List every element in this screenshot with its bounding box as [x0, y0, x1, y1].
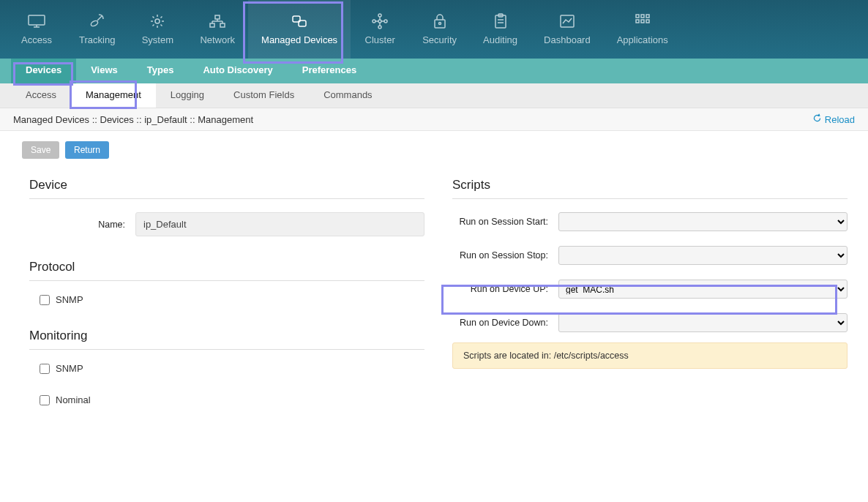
monitoring-snmp-label: SNMP [56, 363, 83, 374]
nav-label: Cluster [365, 34, 395, 45]
device-down-row: Run on Device Down: [452, 313, 848, 332]
device-down-select[interactable] [558, 313, 848, 332]
main-content: Device Name: Protocol SNMP Monitoring SN… [0, 163, 868, 448]
top-nav: Access Tracking System Network Managed D… [0, 0, 868, 59]
nav-network[interactable]: Network [187, 0, 248, 59]
svg-point-16 [378, 14, 381, 17]
nav-label: Network [200, 34, 235, 45]
svg-rect-24 [435, 20, 445, 28]
svg-point-19 [378, 26, 381, 29]
ttab-commands[interactable]: Commands [309, 83, 386, 108]
sub-nav: Devices Views Types Auto Discovery Prefe… [0, 59, 868, 83]
svg-point-25 [438, 22, 441, 24]
gear-icon [149, 12, 165, 30]
nav-cluster[interactable]: Cluster [351, 0, 409, 59]
grid-icon [635, 12, 650, 30]
scripts-section-title: Scripts [452, 178, 848, 199]
nav-tracking[interactable]: Tracking [66, 0, 128, 59]
session-stop-row: Run on Session Stop: [452, 246, 848, 265]
device-name-label: Name: [29, 220, 135, 230]
ttab-custom-fields[interactable]: Custom Fields [219, 83, 309, 108]
tertiary-nav: Access Management Logging Custom Fields … [0, 83, 868, 108]
ttab-access[interactable]: Access [11, 83, 71, 108]
protocol-snmp-checkbox[interactable] [40, 295, 50, 305]
device-up-row: Run on Device UP: get_MAC.sh [452, 280, 848, 299]
scripts-info-box: Scripts are located in: /etc/scripts/acc… [452, 342, 848, 369]
tab-views[interactable]: Views [76, 59, 132, 83]
device-name-row: Name: [29, 212, 424, 236]
nav-managed-devices[interactable]: Managed Devices [248, 0, 351, 59]
session-stop-select[interactable] [558, 246, 848, 265]
svg-point-15 [378, 20, 381, 23]
svg-rect-0 [29, 15, 45, 25]
nav-label: Managed Devices [261, 34, 337, 45]
svg-line-4 [97, 16, 102, 20]
protocol-snmp-row: SNMP [29, 294, 424, 305]
right-column: Scripts Run on Session Start: Run on Ses… [452, 178, 848, 419]
monitoring-nominal-checkbox[interactable] [40, 395, 50, 405]
return-button[interactable]: Return [65, 141, 109, 159]
tab-types[interactable]: Types [132, 59, 189, 83]
save-button[interactable]: Save [22, 141, 59, 159]
device-up-select[interactable]: get_MAC.sh [558, 280, 848, 299]
session-stop-label: Run on Session Stop: [452, 250, 558, 261]
lock-icon [433, 12, 446, 30]
monitor-icon [27, 12, 46, 30]
linked-boxes-icon [290, 12, 309, 30]
monitoring-snmp-row: SNMP [29, 363, 424, 374]
action-bar: Save Return [0, 131, 868, 163]
hierarchy-icon [209, 12, 226, 30]
protocol-snmp-label: SNMP [56, 294, 83, 305]
svg-rect-36 [646, 20, 649, 23]
ttab-management[interactable]: Management [71, 83, 156, 108]
monitoring-nominal-label: Nominal [56, 394, 91, 405]
nav-dashboard[interactable]: Dashboard [531, 0, 604, 59]
chart-icon [559, 12, 575, 30]
svg-rect-32 [641, 15, 644, 18]
nav-label: Access [21, 34, 52, 45]
session-start-row: Run on Session Start: [452, 212, 848, 231]
svg-point-3 [90, 19, 99, 26]
nav-security[interactable]: Security [409, 0, 470, 59]
nav-system[interactable]: System [128, 0, 187, 59]
session-start-select[interactable] [558, 212, 848, 231]
svg-rect-34 [636, 20, 639, 23]
ttab-logging[interactable]: Logging [156, 83, 219, 108]
nav-label: System [142, 34, 173, 45]
nav-auditing[interactable]: Auditing [470, 0, 531, 59]
monitoring-section-title: Monitoring [29, 329, 424, 350]
svg-rect-31 [636, 15, 639, 18]
tab-preferences[interactable]: Preferences [288, 59, 371, 83]
tab-auto-discovery[interactable]: Auto Discovery [188, 59, 287, 83]
svg-point-5 [155, 19, 160, 23]
breadcrumb: Managed Devices :: Devices :: ip_Default… [13, 114, 253, 125]
protocol-section-title: Protocol [29, 260, 424, 281]
svg-rect-35 [641, 20, 644, 23]
monitoring-nominal-row: Nominal [29, 394, 424, 405]
device-down-label: Run on Device Down: [452, 318, 558, 328]
nav-applications[interactable]: Applications [604, 0, 681, 59]
nav-access[interactable]: Access [7, 0, 66, 59]
reload-button[interactable]: Reload [812, 113, 855, 125]
nav-label: Applications [617, 34, 668, 45]
monitoring-snmp-checkbox[interactable] [40, 364, 50, 374]
svg-point-18 [373, 20, 375, 23]
device-name-input[interactable] [135, 212, 424, 236]
nav-label: Auditing [483, 34, 517, 45]
nav-label: Security [422, 34, 457, 45]
clipboard-icon [494, 12, 507, 30]
nodes-icon [372, 12, 388, 30]
nav-label: Tracking [79, 34, 115, 45]
left-column: Device Name: Protocol SNMP Monitoring SN… [29, 178, 424, 419]
svg-rect-6 [215, 15, 220, 19]
breadcrumb-row: Managed Devices :: Devices :: ip_Default… [0, 108, 868, 131]
svg-rect-8 [220, 23, 225, 27]
satellite-icon [89, 12, 106, 30]
svg-point-17 [384, 20, 387, 23]
device-section-title: Device [29, 178, 424, 199]
device-up-label: Run on Device UP: [452, 284, 558, 294]
svg-rect-7 [210, 23, 214, 27]
reload-icon [812, 113, 822, 125]
nav-label: Dashboard [544, 34, 591, 45]
tab-devices[interactable]: Devices [11, 59, 76, 83]
